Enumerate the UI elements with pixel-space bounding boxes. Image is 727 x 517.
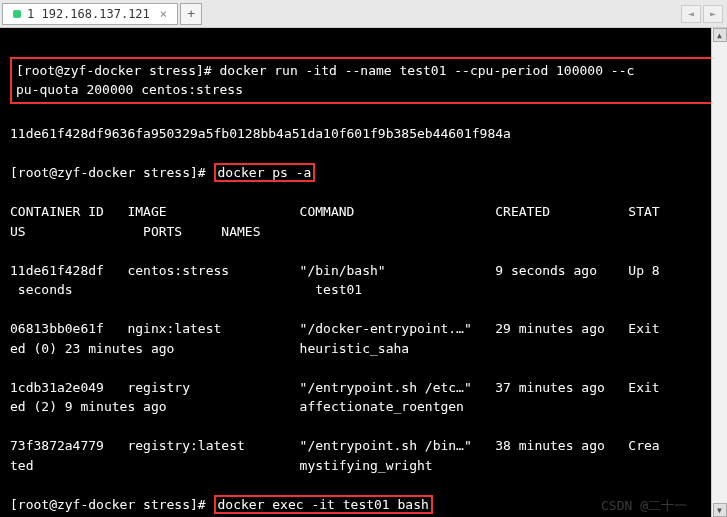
cmd-docker-exec: docker exec -it test01 bash	[214, 495, 433, 514]
close-icon[interactable]: ×	[160, 7, 167, 21]
table-row: 06813bb0e61f nginx:latest "/docker-entry…	[10, 319, 717, 358]
table-row: 11de61f428df centos:stress "/bin/bash" 9…	[10, 261, 717, 300]
chevron-right-icon: ►	[710, 8, 716, 19]
table-row: 1cdb31a2e049 registry "/entrypoint.sh /e…	[10, 378, 717, 417]
cmd-docker-ps: docker ps -a	[214, 163, 316, 182]
status-dot-icon	[13, 10, 21, 18]
prompt: [root@zyf-docker stress]#	[10, 165, 214, 180]
tab-active[interactable]: 1 192.168.137.121 ×	[2, 3, 178, 25]
prompt: [root@zyf-docker stress]#	[10, 497, 214, 512]
table-row: 73f3872a4779 registry:latest "/entrypoin…	[10, 436, 717, 475]
add-tab-button[interactable]: +	[180, 3, 202, 25]
scroll-down-button[interactable]: ▼	[713, 503, 727, 517]
line-docker-ps: [root@zyf-docker stress]# docker ps -a	[10, 163, 717, 183]
tab-bar: 1 192.168.137.121 × + ◄ ►	[0, 0, 727, 28]
table-header: CONTAINER ID IMAGE COMMAND CREATED STAT …	[10, 202, 717, 241]
watermark: CSDN @二十一	[601, 496, 687, 516]
tab-next-button[interactable]: ►	[703, 5, 723, 23]
tab-title: 1 192.168.137.121	[27, 7, 150, 21]
cmd-docker-run: [root@zyf-docker stress]# docker run -it…	[10, 57, 717, 104]
tab-nav: ◄ ►	[681, 5, 723, 23]
chevron-left-icon: ◄	[688, 8, 694, 19]
scrollbar[interactable]: ▲ ▼	[711, 28, 727, 517]
output-container-id: 11de61f428df9636fa950329a5fb0128bb4a51da…	[10, 124, 717, 144]
scroll-up-button[interactable]: ▲	[713, 28, 727, 42]
plus-icon: +	[187, 6, 195, 21]
tab-prev-button[interactable]: ◄	[681, 5, 701, 23]
terminal[interactable]: [root@zyf-docker stress]# docker run -it…	[0, 28, 727, 517]
